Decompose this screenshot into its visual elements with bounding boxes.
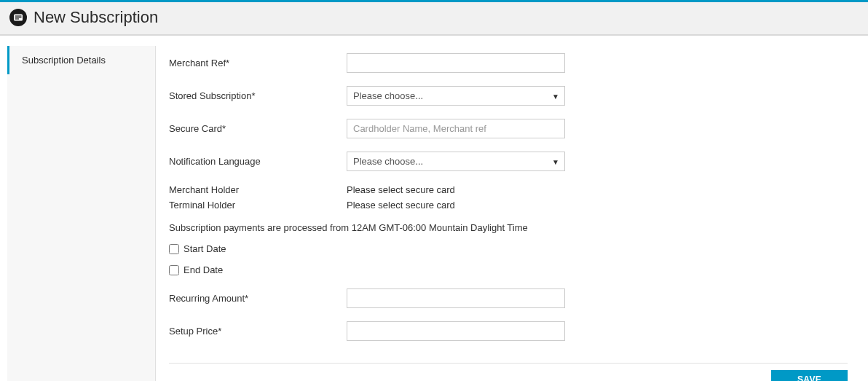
merchant-ref-input[interactable]: [347, 53, 565, 73]
merchant-holder-value: Please select secure card: [347, 184, 455, 195]
row-secure-card: Secure Card*: [169, 119, 848, 138]
row-end-date: End Date: [169, 264, 848, 275]
stored-subscription-label: Stored Subscription*: [169, 90, 347, 101]
sidebar-item-subscription-details[interactable]: Subscription Details: [7, 46, 155, 74]
notification-language-select[interactable]: Please choose...: [347, 152, 565, 171]
row-merchant-ref: Merchant Ref*: [169, 53, 848, 73]
setup-price-input[interactable]: [347, 321, 565, 341]
notification-language-label: Notification Language: [169, 156, 347, 167]
start-date-label: Start Date: [184, 243, 226, 254]
row-setup-price: Setup Price*: [169, 321, 848, 341]
recurring-amount-input[interactable]: [347, 288, 565, 308]
sidebar-item-label: Subscription Details: [22, 55, 106, 66]
setup-price-label: Setup Price*: [169, 326, 347, 337]
row-start-date: Start Date: [169, 243, 848, 254]
page-title: New Subscription: [33, 8, 158, 27]
secure-card-input[interactable]: [347, 119, 565, 138]
terminal-holder-label: Terminal Holder: [169, 200, 347, 211]
row-stored-subscription: Stored Subscription* Please choose... ▼: [169, 86, 848, 106]
main-panel: Merchant Ref* Stored Subscription* Pleas…: [156, 46, 861, 381]
start-date-checkbox[interactable]: [169, 244, 179, 254]
footer-bar: SAVE: [169, 363, 848, 381]
save-button[interactable]: SAVE: [771, 370, 848, 381]
merchant-holder-label: Merchant Holder: [169, 184, 347, 195]
merchant-ref-label: Merchant Ref*: [169, 58, 347, 68]
subscription-icon: [9, 8, 28, 27]
stored-subscription-select[interactable]: Please choose...: [347, 86, 565, 106]
end-date-label: End Date: [184, 264, 223, 275]
page-header: New Subscription: [0, 2, 868, 36]
secure-card-label: Secure Card*: [169, 123, 347, 134]
sidebar: Subscription Details: [7, 46, 156, 381]
recurring-amount-label: Recurring Amount*: [169, 293, 347, 304]
terminal-holder-value: Please select secure card: [347, 200, 455, 211]
end-date-checkbox[interactable]: [169, 265, 179, 275]
body: Subscription Details Merchant Ref* Store…: [0, 36, 868, 381]
row-recurring-amount: Recurring Amount*: [169, 288, 848, 308]
processing-info-line: Subscription payments are processed from…: [169, 222, 848, 233]
row-merchant-holder: Merchant Holder Please select secure car…: [169, 184, 848, 195]
row-terminal-holder: Terminal Holder Please select secure car…: [169, 200, 848, 211]
row-notification-language: Notification Language Please choose... ▼: [169, 152, 848, 171]
